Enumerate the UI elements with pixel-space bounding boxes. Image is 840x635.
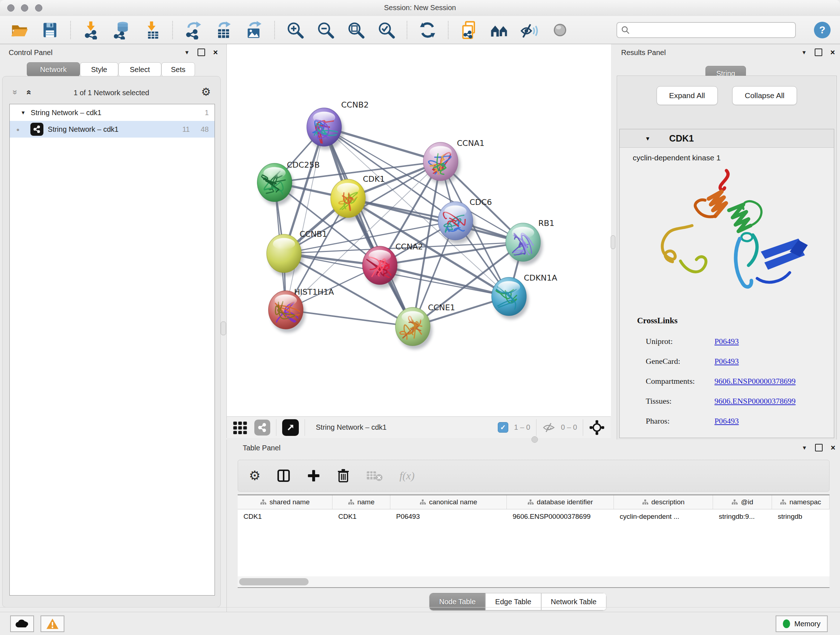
network-share-view-icon[interactable]	[254, 420, 270, 435]
double-home-icon	[489, 20, 509, 40]
network-node-CCNA2[interactable]	[363, 246, 399, 288]
right-splitter-handle[interactable]	[611, 235, 615, 249]
cloud-status-button[interactable]	[10, 616, 34, 632]
left-splitter-handle[interactable]	[221, 321, 226, 335]
column-header-canonical-name[interactable]: canonical name	[390, 495, 507, 509]
tab-style[interactable]: Style	[80, 62, 118, 77]
crosslink-row: GeneCard:P06493	[646, 351, 823, 371]
add-column-icon[interactable]	[307, 469, 321, 483]
tab-select[interactable]: Select	[118, 62, 161, 77]
network-node-CDK1[interactable]	[331, 179, 368, 221]
tab-network[interactable]: Network	[27, 62, 80, 77]
export-table-file-button[interactable]	[213, 20, 234, 40]
table-row[interactable]: CDK1CDK1P064939606.ENSP00000378699cyclin…	[238, 509, 829, 524]
refresh-view-button[interactable]	[417, 20, 438, 40]
delete-column-icon[interactable]	[336, 469, 350, 483]
network-collection-row[interactable]: ▼ String Network – cdk1 1	[10, 104, 215, 121]
network-node-CCNE1[interactable]	[395, 307, 432, 349]
memory-status-dot	[783, 619, 790, 628]
export-image-button[interactable]	[244, 20, 264, 40]
selected-checkbox-icon[interactable]: ✓	[498, 422, 508, 432]
column-header-shared-name[interactable]: shared name	[238, 495, 332, 509]
tab-node-table[interactable]: Node Table	[429, 593, 485, 610]
results-panel-close-icon[interactable]: ×	[830, 49, 835, 55]
crosslink-label: Tissues:	[646, 396, 714, 406]
node-label-CDKN1A: CDKN1A	[524, 273, 557, 282]
show-columns-icon[interactable]	[276, 469, 291, 483]
open-in-window-icon[interactable]	[282, 419, 299, 436]
results-panel-menu-icon[interactable]: ▼	[801, 49, 807, 55]
toolbar-separator	[448, 21, 448, 39]
warning-status-button[interactable]	[41, 616, 65, 632]
crosslink-link[interactable]: P06493	[714, 416, 739, 426]
gene-card-expander-icon[interactable]: ▼	[645, 135, 651, 141]
control-panel-title: Control Panel	[9, 49, 52, 57]
table-horizontal-scrollbar[interactable]	[238, 576, 829, 588]
results-panel-float-icon[interactable]	[815, 49, 822, 56]
column-header-description[interactable]: description	[614, 495, 713, 509]
expand-all-button[interactable]: Expand All	[657, 86, 718, 105]
control-panel-close-icon[interactable]: ×	[213, 49, 218, 55]
show-eye-button[interactable]	[550, 20, 570, 40]
table-panel-float-icon[interactable]	[815, 444, 823, 451]
network-collection-label: String Network – cdk1	[31, 109, 102, 117]
table-panel-title: Table Panel	[243, 444, 281, 452]
network-row-selected[interactable]: ● String Network – cdk1 11 48	[10, 121, 215, 138]
crosslink-row: Pharos:P06493	[646, 411, 823, 431]
export-network-file-button[interactable]	[183, 20, 203, 40]
gene-description: cyclin-dependent kinase 1	[620, 148, 834, 162]
network-node-CDKN1A[interactable]	[492, 277, 529, 319]
control-panel-menu-icon[interactable]: ▼	[184, 49, 189, 55]
tree-expander-icon[interactable]: ▼	[21, 110, 26, 116]
tab-sets[interactable]: Sets	[161, 62, 195, 77]
control-panel-float-icon[interactable]	[197, 49, 205, 56]
network-node-CCNB2[interactable]	[307, 108, 344, 150]
column-header-name[interactable]: name	[332, 495, 390, 509]
home-panel-button[interactable]	[489, 20, 509, 40]
tab-edge-table[interactable]: Edge Table	[485, 593, 541, 610]
column-header--id[interactable]: @id	[713, 495, 772, 509]
open-session-button[interactable]	[9, 20, 30, 40]
zoom-in-button[interactable]	[285, 20, 305, 40]
gene-card-header[interactable]: ▼ CDK1	[620, 129, 834, 148]
help-button[interactable]: ?	[814, 22, 831, 38]
search-input[interactable]	[633, 26, 791, 35]
network-node-HIST1H1A[interactable]	[268, 291, 305, 333]
crosslink-link[interactable]: P06493	[714, 356, 739, 366]
zoom-out-button[interactable]	[316, 20, 336, 40]
birdseye-grid-icon[interactable]	[233, 420, 248, 435]
save-session-button[interactable]	[40, 20, 60, 40]
clone-network-button[interactable]	[459, 20, 479, 40]
import-network-database-button[interactable]	[111, 20, 132, 40]
tab-network-table[interactable]: Network Table	[541, 593, 606, 610]
zoom-out-icon	[317, 21, 335, 39]
zoom-fit-button[interactable]	[346, 20, 366, 40]
table-options-gear-icon[interactable]: ⚙	[249, 470, 261, 481]
zoom-selected-button[interactable]	[376, 20, 396, 40]
network-graph[interactable]: CCNB2CCNA1CDC25BCDK1CDC6RB1CCNB1CCNA2CDK…	[227, 44, 611, 416]
network-node-CDC6[interactable]	[438, 202, 475, 244]
table-panel-menu-icon[interactable]: ▼	[802, 445, 807, 451]
column-header-database-identifier[interactable]: database identifier	[507, 495, 614, 509]
crosslink-link[interactable]: P06493	[714, 337, 739, 346]
import-network-file-button[interactable]	[81, 20, 101, 40]
column-header-namespac[interactable]: namespac	[772, 495, 829, 509]
collapse-all-button[interactable]: Collapse All	[732, 86, 797, 105]
network-node-CCNA1[interactable]	[423, 142, 460, 184]
crosslink-link[interactable]: 9606.ENSP00000378699	[714, 377, 796, 386]
crosslink-link[interactable]: 9606.ENSP00000378699	[714, 396, 796, 406]
birdseye-crosshair-icon[interactable]	[589, 420, 605, 435]
hide-elements-button[interactable]	[519, 20, 540, 40]
hidden-eye-slash-icon	[542, 422, 555, 433]
scrollbar-thumb[interactable]	[239, 578, 309, 585]
memory-button[interactable]: Memory	[775, 616, 828, 632]
network-tree: ▼ String Network – cdk1 1 ● String Netwo…	[9, 104, 215, 595]
network-node-CDC25B[interactable]	[257, 163, 294, 205]
table-panel-close-icon[interactable]: ×	[831, 445, 835, 451]
network-canvas[interactable]: CCNB2CCNA1CDC25BCDK1CDC6RB1CCNB1CCNA2CDK…	[226, 44, 611, 416]
crosslinks-title: CrossLinks	[637, 316, 677, 325]
import-table-file-button[interactable]	[142, 20, 162, 40]
network-node-RB1[interactable]	[506, 223, 543, 265]
zoom-selected-icon	[377, 21, 395, 39]
network-options-gear-icon[interactable]: ⚙	[201, 87, 211, 97]
